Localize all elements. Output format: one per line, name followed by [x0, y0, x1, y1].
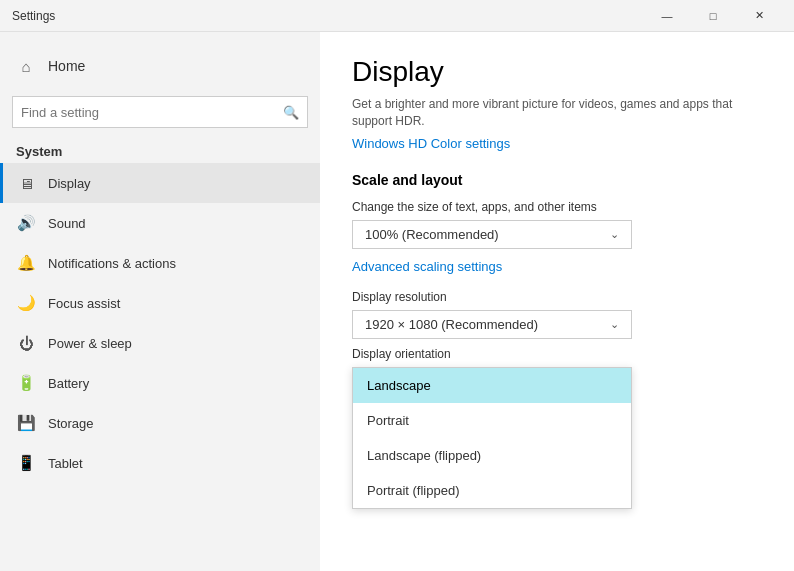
advanced-scaling-link[interactable]: Advanced scaling settings	[352, 259, 502, 274]
app-title: Settings	[12, 9, 55, 23]
sidebar-item-label-tablet: Tablet	[48, 456, 83, 471]
sidebar-item-label-battery: Battery	[48, 376, 89, 391]
main-content: Display Get a brighter and more vibrant …	[320, 32, 794, 571]
search-input[interactable]	[21, 105, 283, 120]
window-controls: — □ ✕	[644, 0, 782, 32]
scale-dropdown[interactable]: 100% (Recommended) ⌄	[352, 220, 632, 249]
resolution-value: 1920 × 1080 (Recommended)	[365, 317, 538, 332]
power-icon: ⏻	[16, 333, 36, 353]
home-label: Home	[48, 58, 85, 74]
resolution-dropdown-arrow: ⌄	[610, 318, 619, 331]
orientation-option-2[interactable]: Landscape (flipped)	[353, 438, 631, 473]
sidebar-item-label-power: Power & sleep	[48, 336, 132, 351]
sidebar-item-tablet[interactable]: 📱Tablet	[0, 443, 320, 483]
battery-icon: 🔋	[16, 373, 36, 393]
focus-icon: 🌙	[16, 293, 36, 313]
title-bar: Settings — □ ✕	[0, 0, 794, 32]
orientation-option-0[interactable]: Landscape	[353, 368, 631, 403]
storage-icon: 💾	[16, 413, 36, 433]
scale-value: 100% (Recommended)	[365, 227, 499, 242]
sidebar-header: ⌂ Home	[0, 32, 320, 92]
orientation-option-1[interactable]: Portrait	[353, 403, 631, 438]
sidebar-item-notifications[interactable]: 🔔Notifications & actions	[0, 243, 320, 283]
hdr-description: Get a brighter and more vibrant picture …	[352, 96, 762, 130]
minimize-button[interactable]: —	[644, 0, 690, 32]
display-icon: 🖥	[16, 173, 36, 193]
notifications-icon: 🔔	[16, 253, 36, 273]
sidebar: ⌂ Home 🔍 System 🖥Display🔊Sound🔔Notificat…	[0, 32, 320, 571]
hdr-link[interactable]: Windows HD Color settings	[352, 136, 510, 151]
orientation-label: Display orientation	[352, 347, 762, 361]
search-icon: 🔍	[283, 105, 299, 120]
scale-label: Change the size of text, apps, and other…	[352, 200, 762, 214]
resolution-dropdown[interactable]: 1920 × 1080 (Recommended) ⌄	[352, 310, 632, 339]
sidebar-item-power[interactable]: ⏻Power & sleep	[0, 323, 320, 363]
sidebar-items-list: 🖥Display🔊Sound🔔Notifications & actions🌙F…	[0, 163, 320, 483]
scale-dropdown-arrow: ⌄	[610, 228, 619, 241]
home-icon: ⌂	[16, 56, 36, 76]
sidebar-item-label-sound: Sound	[48, 216, 86, 231]
maximize-button[interactable]: □	[690, 0, 736, 32]
sidebar-item-label-focus: Focus assist	[48, 296, 120, 311]
sidebar-item-sound[interactable]: 🔊Sound	[0, 203, 320, 243]
scale-section-title: Scale and layout	[352, 172, 762, 188]
sidebar-item-label-notifications: Notifications & actions	[48, 256, 176, 271]
orientation-section: Display orientation LandscapePortraitLan…	[352, 347, 762, 509]
page-title: Display	[352, 56, 762, 88]
sidebar-item-display[interactable]: 🖥Display	[0, 163, 320, 203]
search-box[interactable]: 🔍	[12, 96, 308, 128]
sidebar-item-home[interactable]: ⌂ Home	[16, 48, 304, 84]
tablet-icon: 📱	[16, 453, 36, 473]
sidebar-item-label-storage: Storage	[48, 416, 94, 431]
app-body: ⌂ Home 🔍 System 🖥Display🔊Sound🔔Notificat…	[0, 32, 794, 571]
sidebar-item-battery[interactable]: 🔋Battery	[0, 363, 320, 403]
sidebar-item-focus[interactable]: 🌙Focus assist	[0, 283, 320, 323]
sound-icon: 🔊	[16, 213, 36, 233]
orientation-dropdown-open: LandscapePortraitLandscape (flipped)Port…	[352, 367, 632, 509]
orientation-option-3[interactable]: Portrait (flipped)	[353, 473, 631, 508]
sidebar-item-storage[interactable]: 💾Storage	[0, 403, 320, 443]
sidebar-section-label: System	[0, 136, 320, 163]
sidebar-item-label-display: Display	[48, 176, 91, 191]
resolution-label: Display resolution	[352, 290, 762, 304]
close-button[interactable]: ✕	[736, 0, 782, 32]
